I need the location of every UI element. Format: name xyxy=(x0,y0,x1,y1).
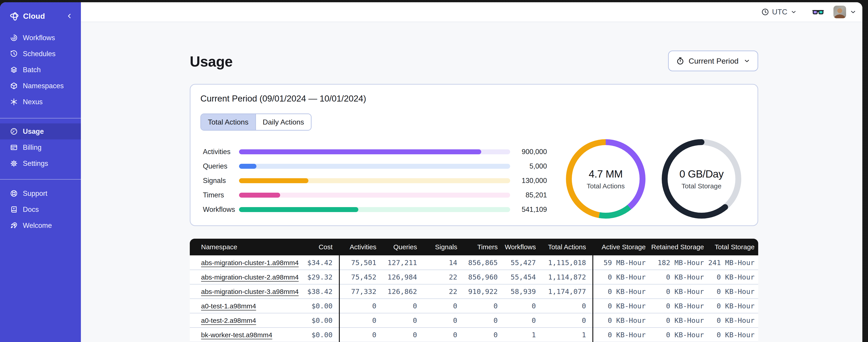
table-row: abs-migration-cluster-1.a98mm4$34.4275,5… xyxy=(190,255,758,270)
value-cell: 22 xyxy=(423,270,464,284)
bar-fill xyxy=(239,164,256,169)
sidebar-item-nexus[interactable]: Nexus xyxy=(0,94,81,110)
tab-daily-actions[interactable]: Daily Actions xyxy=(255,114,311,130)
namespace-cell: bk-worker-test.a98mm4 xyxy=(190,328,303,342)
usage-bar-row-activities: Activities900,000 xyxy=(203,145,547,159)
column-header-queries: Queries xyxy=(383,239,423,255)
sidebar-item-usage[interactable]: Usage xyxy=(0,124,81,139)
sidebar-item-docs[interactable]: Docs xyxy=(0,201,81,217)
bar-label: Activities xyxy=(203,148,239,156)
usage-gauge-icon xyxy=(10,128,18,135)
namespace-link[interactable]: a0-test-2.a98mm4 xyxy=(201,317,256,324)
sidebar-divider xyxy=(0,179,81,179)
table-row: a0-test-1.a98mm4$0.000000000 KB-Hour0 KB… xyxy=(190,299,758,313)
namespace-cell: abs-migration-cluster-3.a98mm4 xyxy=(190,284,303,299)
value-cell: 0 KB-Hour xyxy=(593,328,649,342)
sidebar-item-label: Usage xyxy=(23,128,44,136)
column-header-namespace: Namespace xyxy=(190,239,303,255)
value-cell: 75,501 xyxy=(339,255,383,270)
sidebar-item-schedules[interactable]: Schedules xyxy=(0,46,81,62)
total-actions-donut: 4.7 MM Total Actions xyxy=(565,138,647,220)
value-cell: 0 KB-Hour xyxy=(593,299,649,313)
namespace-cell: a0-test-1.a98mm4 xyxy=(190,299,303,313)
namespace-link[interactable]: a0-test-1.a98mm4 xyxy=(201,302,256,310)
main-area: UTC Usage xyxy=(81,2,862,342)
app-window: Cloud Workflows Schedules xyxy=(0,2,862,342)
value-cell: 127,211 xyxy=(383,255,423,270)
value-cell: 0 KB-Hour xyxy=(708,270,758,284)
value-cell: $38.42 xyxy=(303,284,339,299)
sidebar-item-namespaces[interactable]: Namespaces xyxy=(0,78,81,94)
value-cell: 0 KB-Hour xyxy=(708,328,758,342)
sidebar-item-settings[interactable]: Settings xyxy=(0,156,81,171)
feedback-glasses-icon[interactable] xyxy=(812,7,825,17)
value-cell: 0 xyxy=(423,313,464,328)
bar-track xyxy=(239,164,510,169)
column-header-workflows: Workflows xyxy=(504,239,542,255)
usage-bar-row-queries: Queries5,000 xyxy=(203,159,547,173)
bar-track xyxy=(239,178,510,183)
value-cell: 0 xyxy=(504,313,542,328)
value-cell: 0 KB-Hour xyxy=(593,270,649,284)
workflows-icon xyxy=(10,34,18,42)
namespace-link[interactable]: abs-migration-cluster-2.a98mm4 xyxy=(201,273,299,281)
namespace-link[interactable]: abs-migration-cluster-3.a98mm4 xyxy=(201,288,299,295)
sidebar-item-label: Batch xyxy=(23,66,41,74)
sidebar-header-label: Cloud xyxy=(23,12,45,21)
bar-label: Queries xyxy=(203,162,239,170)
namespace-link[interactable]: abs-migration-cluster-1.a98mm4 xyxy=(201,259,299,266)
namespace-link[interactable]: bk-worker-test.a98mm4 xyxy=(201,331,272,339)
bar-value: 541,109 xyxy=(510,206,547,214)
collapse-sidebar-icon[interactable] xyxy=(66,13,73,20)
value-cell: 0 xyxy=(504,299,542,313)
sidebar-item-label: Settings xyxy=(23,160,48,168)
sidebar-divider xyxy=(0,118,81,118)
sidebar-item-label: Support xyxy=(23,190,48,198)
namespace-cell: abs-migration-cluster-1.a98mm4 xyxy=(190,255,303,270)
sidebar-item-workflows[interactable]: Workflows xyxy=(0,30,81,46)
billing-card-icon xyxy=(10,143,18,151)
timezone-selector[interactable]: UTC xyxy=(761,8,797,16)
column-header-signals: Signals xyxy=(423,239,464,255)
stopwatch-icon xyxy=(676,57,685,65)
sidebar-item-welcome[interactable]: Welcome xyxy=(0,217,81,234)
sidebar-item-support[interactable]: Support xyxy=(0,185,81,201)
usage-bar-row-workflows: Workflows541,109 xyxy=(203,202,547,217)
tab-total-actions[interactable]: Total Actions xyxy=(201,114,255,130)
nexus-asterisk-icon xyxy=(10,98,18,106)
sidebar-item-label: Namespaces xyxy=(23,82,64,90)
column-header-active-storage: Active Storage xyxy=(593,239,649,255)
namespace-cell: a0-test-2.a98mm4 xyxy=(190,313,303,328)
value-cell: 14 xyxy=(423,255,464,270)
period-selector-button[interactable]: Current Period xyxy=(668,50,758,71)
table-row: a0-test-2.a98mm4$0.000000000 KB-Hour0 KB… xyxy=(190,313,758,328)
bar-fill xyxy=(239,178,308,183)
value-cell: 1 xyxy=(504,328,542,342)
value-cell: 0 KB-Hour xyxy=(649,270,708,284)
topbar: UTC xyxy=(81,2,862,22)
chevron-down-icon xyxy=(744,58,750,64)
value-cell: 1,114,872 xyxy=(542,270,593,284)
column-header-total-storage: Total Storage xyxy=(708,239,758,255)
sidebar-item-batch[interactable]: Batch xyxy=(0,62,81,78)
column-header-retained-storage: Retained Storage xyxy=(649,239,708,255)
screenshot-root: { "sidebar": { "header": { "label": "Clo… xyxy=(0,0,868,342)
value-cell: $0.00 xyxy=(303,313,339,328)
namespace-cell: abs-migration-cluster-2.a98mm4 xyxy=(190,270,303,284)
avatar[interactable] xyxy=(833,6,846,18)
welcome-rocket-icon xyxy=(10,221,18,230)
usage-bar-row-timers: Timers85,201 xyxy=(203,188,547,202)
sidebar-nav-bottom: Support Docs Welcome xyxy=(0,185,81,234)
clock-icon xyxy=(761,8,769,16)
bar-track xyxy=(239,149,510,154)
value-cell: $0.00 xyxy=(303,299,339,313)
value-cell: 126,862 xyxy=(383,284,423,299)
account-menu-chevron-icon[interactable] xyxy=(850,8,857,15)
bar-value: 900,000 xyxy=(510,148,547,156)
sidebar-item-billing[interactable]: Billing xyxy=(0,139,81,156)
sidebar-item-label: Schedules xyxy=(23,50,56,58)
value-cell: 58,939 xyxy=(504,284,542,299)
sidebar-header-cloud[interactable]: Cloud xyxy=(0,8,81,24)
value-cell: 0 KB-Hour xyxy=(708,313,758,328)
value-cell: 75,452 xyxy=(339,270,383,284)
